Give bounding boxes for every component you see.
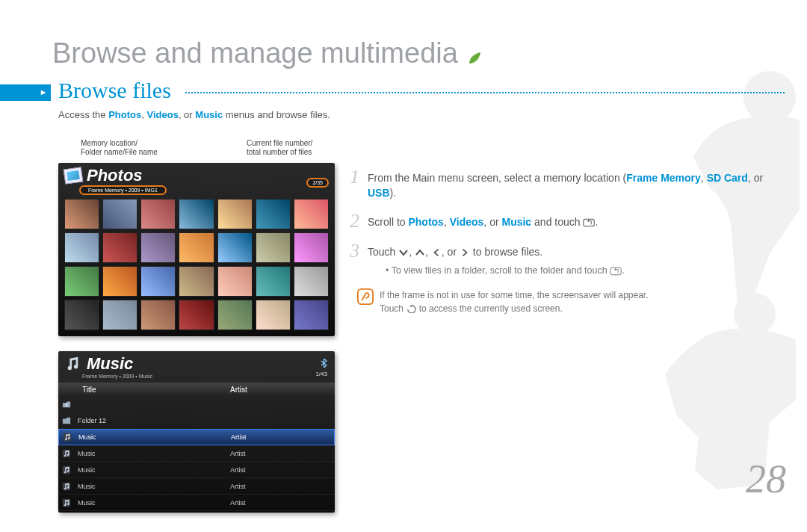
music-row[interactable]: MusicArtist [58,429,335,445]
photos-panel: Photos Frame Memory • 2009 • IMG1 2/35 [58,163,335,336]
music-row-title: Folder 12 [75,417,230,424]
photo-thumb[interactable] [64,266,99,297]
music-note-icon [58,482,75,491]
photos-file-counter: 2/35 [306,178,329,188]
music-row[interactable]: MusicArtist [58,462,335,478]
enter-icon [610,267,622,276]
bluetooth-icon [321,359,327,369]
step-number: 1 [350,167,368,201]
svg-rect-10 [358,289,373,304]
photo-thumb[interactable] [64,300,99,330]
music-counter: 1/43 [315,371,327,377]
page-heading: Browse and manage multimedia [52,37,482,72]
music-row[interactable]: Folder 12 [58,412,335,429]
note-box: If the frame is not in use for some time… [357,288,768,315]
music-note-icon [58,449,75,458]
music-row-title: Music [75,466,230,474]
music-note-icon [58,466,75,474]
intro-line: Access the Photos, Videos, or Music menu… [58,109,330,120]
music-row-title: Music [75,483,230,490]
photo-thumb[interactable] [179,232,214,263]
music-panel: Music Frame Memory • 2009 • Music 1/43 T… [58,351,335,513]
photo-thumb[interactable] [256,232,291,263]
folder-up-icon [58,400,75,409]
photo-thumb[interactable] [102,266,137,297]
photo-thumb[interactable] [179,300,214,330]
step-number: 3 [350,241,368,278]
step-number: 2 [350,211,368,231]
photo-thumb[interactable] [256,199,291,229]
photo-thumb[interactable] [102,199,137,229]
steps-column: 1 From the Main menu screen, select a me… [350,167,768,315]
music-row-title: Music [75,450,230,457]
photo-grid [64,199,329,330]
note-badge-icon [357,288,374,305]
photo-thumb[interactable] [140,300,176,330]
note-text: If the frame is not in use for some time… [380,288,649,315]
photo-thumb[interactable] [217,300,253,330]
photo-thumb[interactable] [256,300,291,330]
chevron-right-icon [460,248,470,257]
step-1: 1 From the Main menu screen, select a me… [350,167,768,201]
photos-header: Photos [58,163,335,185]
music-row[interactable]: MusicArtist [58,478,335,495]
photo-thumb[interactable] [294,300,329,330]
step-2-body: Scroll to Photos, Videos, or Music and t… [368,211,598,231]
step-3-subbullet: To view files in a folder, scroll to the… [386,264,625,278]
leaf-icon [467,40,482,72]
music-title: Music [87,354,133,374]
photo-thumb[interactable] [140,232,176,263]
photo-thumb[interactable] [140,199,176,229]
photo-thumb[interactable] [64,232,99,263]
photo-thumb[interactable] [64,199,99,229]
music-row-artist: Artist [230,450,335,457]
col-title: Title [58,386,230,394]
step-3: 3 Touch , , , or to browse files. To vie… [350,241,768,278]
svg-rect-9 [610,267,621,275]
photo-thumb[interactable] [256,266,291,297]
music-breadcrumb: Frame Memory • 2009 • Music [82,374,152,379]
music-row-artist: Artist [230,499,335,507]
photos-breadcrumb: Frame Memory • 2009 • IMG1 [79,185,167,195]
svg-point-0 [743,71,796,123]
photo-thumb[interactable] [294,232,329,263]
photos-title: Photos [87,166,143,185]
page-number: 28 [746,456,786,502]
photo-thumb[interactable] [294,199,329,229]
callout-memory-location: Memory location/ Folder name/File name [81,139,158,156]
photos-app-icon [64,167,84,184]
music-note-icon [58,498,75,507]
photo-thumb[interactable] [179,266,214,297]
section-arrow-stripe [0,84,51,101]
photo-thumb[interactable] [102,232,137,263]
section-title: Browse files [58,78,171,103]
music-row-artist: Artist [230,466,335,474]
enter-icon [583,218,595,227]
music-row[interactable]: MusicArtist [58,445,335,462]
music-list: Folder 12MusicArtistMusicArtistMusicArti… [58,396,335,513]
music-row-artist: Artist [231,433,334,441]
chevron-down-icon [398,248,409,257]
music-note-icon [59,433,75,442]
step-1-body: From the Main menu screen, select a memo… [368,167,768,201]
dotted-rule [185,92,785,93]
music-table-header: Title Artist [58,383,335,396]
music-app-icon [64,356,81,372]
photo-thumb[interactable] [217,266,253,297]
music-header: Music [58,351,335,374]
music-row[interactable]: MusicArtist [58,511,335,513]
back-icon [406,304,416,313]
photo-thumb[interactable] [217,199,253,229]
photo-thumb[interactable] [217,232,253,263]
music-row-title: Music [75,499,230,507]
music-row[interactable]: MusicArtist [58,495,335,511]
music-row[interactable] [58,396,335,412]
music-row-title: Music [75,433,231,441]
photo-thumb[interactable] [294,266,329,297]
chevron-up-icon [415,248,425,257]
photo-thumb[interactable] [179,199,214,229]
photo-thumb[interactable] [102,300,137,330]
photo-thumb[interactable] [140,266,176,297]
chevron-left-icon [431,248,442,257]
callout-file-number: Current file number/ total number of fil… [247,139,312,156]
